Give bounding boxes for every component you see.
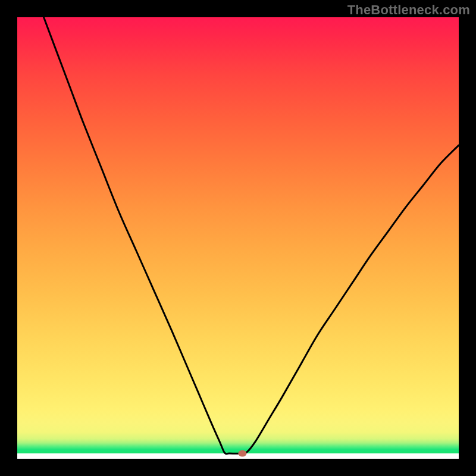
- chart-frame: TheBottleneck.com: [0, 0, 476, 476]
- watermark-text: TheBottleneck.com: [347, 2, 470, 18]
- plot-background-gradient: [17, 17, 459, 459]
